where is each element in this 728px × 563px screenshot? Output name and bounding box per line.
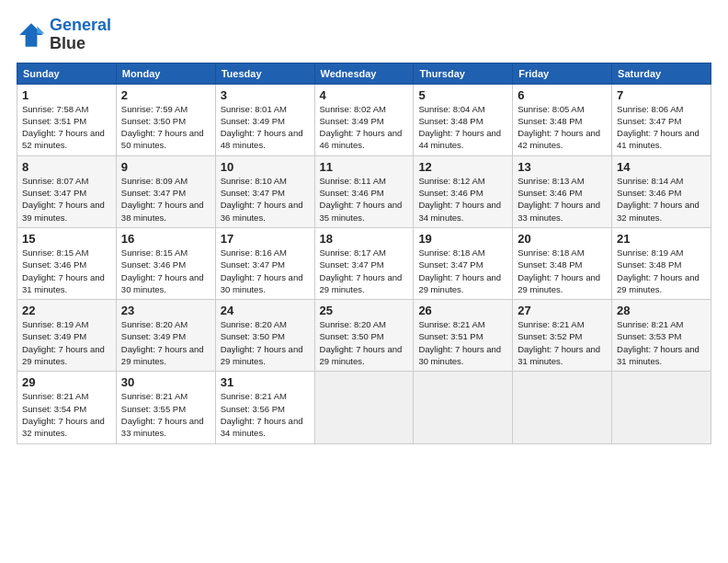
week-row-5: 29Sunrise: 8:21 AMSunset: 3:54 PMDayligh… — [17, 372, 711, 443]
day-info: Sunrise: 8:06 AMSunset: 3:47 PMDaylight:… — [617, 104, 700, 151]
day-info: Sunrise: 8:21 AMSunset: 3:53 PMDaylight:… — [617, 319, 700, 366]
day-info: Sunrise: 8:16 AMSunset: 3:47 PMDaylight:… — [221, 247, 303, 294]
header-row: SundayMondayTuesdayWednesdayThursdayFrid… — [17, 63, 711, 84]
day-info: Sunrise: 8:01 AMSunset: 3:49 PMDaylight:… — [221, 104, 303, 151]
day-number: 1 — [22, 88, 111, 102]
day-info: Sunrise: 8:09 AMSunset: 3:47 PMDaylight:… — [121, 176, 204, 223]
day-info: Sunrise: 8:21 AMSunset: 3:55 PMDaylight:… — [121, 391, 204, 438]
day-cell — [612, 372, 711, 443]
day-cell: 12Sunrise: 8:12 AMSunset: 3:46 PMDayligh… — [414, 155, 513, 227]
day-number: 29 — [22, 375, 111, 389]
day-number: 31 — [221, 375, 310, 389]
day-info: Sunrise: 8:21 AMSunset: 3:56 PMDaylight:… — [221, 391, 303, 438]
header-cell-saturday: Saturday — [612, 63, 711, 84]
day-cell — [314, 372, 414, 443]
day-number: 11 — [320, 160, 409, 174]
day-info: Sunrise: 8:18 AMSunset: 3:48 PMDaylight:… — [518, 247, 600, 294]
day-info: Sunrise: 8:17 AMSunset: 3:47 PMDaylight:… — [320, 247, 403, 294]
week-row-4: 22Sunrise: 8:19 AMSunset: 3:49 PMDayligh… — [17, 300, 711, 372]
day-number: 9 — [121, 160, 210, 174]
day-cell: 5Sunrise: 8:04 AMSunset: 3:48 PMDaylight… — [414, 84, 513, 155]
header-cell-tuesday: Tuesday — [215, 63, 314, 84]
day-number: 2 — [121, 88, 210, 102]
day-cell: 29Sunrise: 8:21 AMSunset: 3:54 PMDayligh… — [17, 372, 117, 443]
day-number: 23 — [121, 304, 210, 317]
day-info: Sunrise: 8:07 AMSunset: 3:47 PMDaylight:… — [22, 176, 105, 223]
day-cell: 31Sunrise: 8:21 AMSunset: 3:56 PMDayligh… — [215, 372, 314, 443]
day-number: 4 — [320, 88, 409, 102]
day-info: Sunrise: 7:58 AMSunset: 3:51 PMDaylight:… — [22, 104, 105, 151]
logo-text: GeneralBlue — [50, 17, 111, 53]
week-row-1: 1Sunrise: 7:58 AMSunset: 3:51 PMDaylight… — [17, 84, 711, 155]
week-row-2: 8Sunrise: 8:07 AMSunset: 3:47 PMDaylight… — [17, 155, 711, 227]
day-number: 8 — [22, 160, 111, 174]
day-info: Sunrise: 8:11 AMSunset: 3:46 PMDaylight:… — [320, 176, 403, 223]
svg-marker-1 — [37, 26, 44, 33]
day-number: 17 — [221, 232, 310, 246]
day-cell: 2Sunrise: 7:59 AMSunset: 3:50 PMDaylight… — [116, 84, 215, 155]
day-number: 20 — [518, 232, 607, 246]
day-number: 6 — [518, 88, 607, 102]
day-info: Sunrise: 8:19 AMSunset: 3:48 PMDaylight:… — [617, 247, 700, 294]
day-info: Sunrise: 8:21 AMSunset: 3:52 PMDaylight:… — [518, 319, 600, 366]
day-cell: 27Sunrise: 8:21 AMSunset: 3:52 PMDayligh… — [513, 300, 612, 372]
day-number: 22 — [22, 304, 111, 317]
day-number: 3 — [221, 88, 310, 102]
svg-marker-0 — [19, 23, 43, 47]
day-info: Sunrise: 8:19 AMSunset: 3:49 PMDaylight:… — [22, 319, 105, 366]
day-info: Sunrise: 8:14 AMSunset: 3:46 PMDaylight:… — [617, 176, 700, 223]
day-info: Sunrise: 8:05 AMSunset: 3:48 PMDaylight:… — [518, 104, 600, 151]
header-cell-monday: Monday — [116, 63, 215, 84]
day-number: 12 — [418, 160, 507, 174]
day-cell: 15Sunrise: 8:15 AMSunset: 3:46 PMDayligh… — [17, 227, 117, 299]
day-cell: 7Sunrise: 8:06 AMSunset: 3:47 PMDaylight… — [612, 84, 711, 155]
day-number: 13 — [518, 160, 607, 174]
day-cell: 17Sunrise: 8:16 AMSunset: 3:47 PMDayligh… — [215, 227, 314, 299]
day-info: Sunrise: 7:59 AMSunset: 3:50 PMDaylight:… — [121, 104, 204, 151]
day-cell: 10Sunrise: 8:10 AMSunset: 3:47 PMDayligh… — [215, 155, 314, 227]
day-number: 16 — [121, 232, 210, 246]
day-cell: 18Sunrise: 8:17 AMSunset: 3:47 PMDayligh… — [314, 227, 414, 299]
day-cell: 25Sunrise: 8:20 AMSunset: 3:50 PMDayligh… — [314, 300, 414, 372]
day-number: 15 — [22, 232, 111, 246]
day-cell: 1Sunrise: 7:58 AMSunset: 3:51 PMDaylight… — [17, 84, 117, 155]
day-number: 21 — [617, 232, 706, 246]
day-number: 24 — [221, 304, 310, 317]
day-cell: 13Sunrise: 8:13 AMSunset: 3:46 PMDayligh… — [513, 155, 612, 227]
day-info: Sunrise: 8:15 AMSunset: 3:46 PMDaylight:… — [121, 247, 204, 294]
day-cell: 6Sunrise: 8:05 AMSunset: 3:48 PMDaylight… — [513, 84, 612, 155]
header-cell-wednesday: Wednesday — [314, 63, 414, 84]
day-info: Sunrise: 8:04 AMSunset: 3:48 PMDaylight:… — [418, 104, 501, 151]
day-cell — [414, 372, 513, 443]
day-cell: 14Sunrise: 8:14 AMSunset: 3:46 PMDayligh… — [612, 155, 711, 227]
day-cell: 3Sunrise: 8:01 AMSunset: 3:49 PMDaylight… — [215, 84, 314, 155]
day-number: 25 — [320, 304, 409, 317]
day-info: Sunrise: 8:18 AMSunset: 3:47 PMDaylight:… — [418, 247, 501, 294]
header-cell-sunday: Sunday — [17, 63, 117, 84]
day-info: Sunrise: 8:13 AMSunset: 3:46 PMDaylight:… — [518, 176, 600, 223]
logo: GeneralBlue — [17, 17, 111, 53]
day-cell: 4Sunrise: 8:02 AMSunset: 3:49 PMDaylight… — [314, 84, 414, 155]
header-cell-thursday: Thursday — [414, 63, 513, 84]
day-info: Sunrise: 8:10 AMSunset: 3:47 PMDaylight:… — [221, 176, 303, 223]
day-info: Sunrise: 8:20 AMSunset: 3:50 PMDaylight:… — [320, 319, 403, 366]
day-number: 14 — [617, 160, 706, 174]
day-cell: 26Sunrise: 8:21 AMSunset: 3:51 PMDayligh… — [414, 300, 513, 372]
day-number: 19 — [418, 232, 507, 246]
day-info: Sunrise: 8:21 AMSunset: 3:51 PMDaylight:… — [418, 319, 501, 366]
calendar-page: GeneralBlue SundayMondayTuesdayWednesday… — [0, 0, 728, 563]
calendar-table: SundayMondayTuesdayWednesdayThursdayFrid… — [17, 63, 711, 444]
logo-icon — [17, 20, 46, 50]
day-number: 28 — [617, 304, 706, 317]
day-info: Sunrise: 8:21 AMSunset: 3:54 PMDaylight:… — [22, 391, 105, 438]
header-cell-friday: Friday — [513, 63, 612, 84]
page-header: GeneralBlue — [17, 17, 711, 53]
day-cell: 23Sunrise: 8:20 AMSunset: 3:49 PMDayligh… — [116, 300, 215, 372]
day-cell: 30Sunrise: 8:21 AMSunset: 3:55 PMDayligh… — [116, 372, 215, 443]
day-number: 10 — [221, 160, 310, 174]
day-info: Sunrise: 8:12 AMSunset: 3:46 PMDaylight:… — [418, 176, 501, 223]
day-number: 18 — [320, 232, 409, 246]
day-cell: 24Sunrise: 8:20 AMSunset: 3:50 PMDayligh… — [215, 300, 314, 372]
day-info: Sunrise: 8:20 AMSunset: 3:50 PMDaylight:… — [221, 319, 303, 366]
day-number: 5 — [418, 88, 507, 102]
